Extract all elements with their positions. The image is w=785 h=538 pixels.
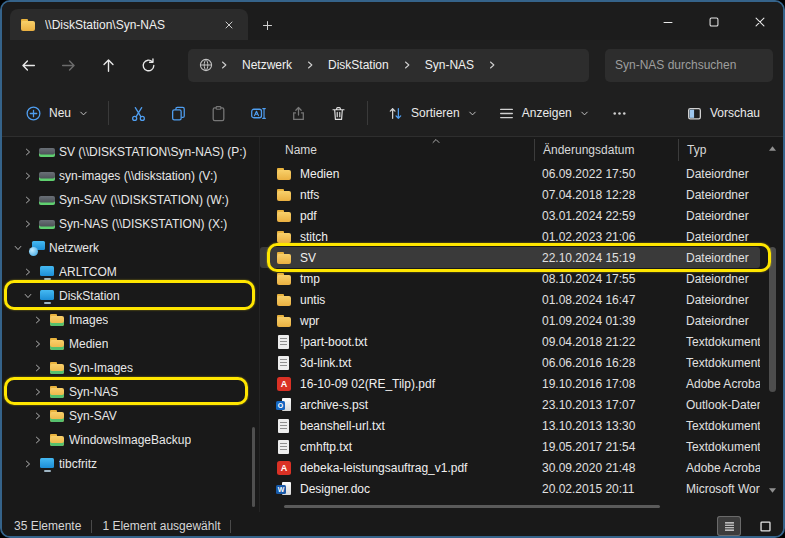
file-row-ntfs[interactable]: ntfs07.04.2018 12:28Dateiordner [260, 184, 760, 205]
file-date: 19.10.2016 17:08 [534, 377, 678, 391]
sidebar-item-syn-images-diskstation-v[interactable]: syn-images (\\diskstation) (V:) [4, 164, 257, 188]
preview-button[interactable]: Vorschau [677, 98, 769, 129]
file-row-debeka-leistungsauftrag-v1-pdf[interactable]: debeka-leistungsauftrag_v1.pdf30.09.2020… [260, 457, 760, 478]
chevron-right-icon[interactable] [20, 216, 36, 232]
chevron-right-icon[interactable] [20, 144, 36, 160]
chevron-right-icon[interactable] [30, 408, 46, 424]
file-date: 06.09.2022 17:50 [534, 167, 678, 181]
details-view-button[interactable] [717, 516, 741, 536]
chevron-right-icon[interactable] [20, 264, 36, 280]
file-row-designer-doc[interactable]: Designer.doc20.02.2015 20:11Microsoft Wo… [260, 478, 760, 499]
column-header-type[interactable]: Typ [678, 139, 760, 161]
chevron-right-icon[interactable] [30, 432, 46, 448]
chevron-right-icon[interactable] [30, 360, 46, 376]
breadcrumb[interactable]: Netzwerk DiskStation Syn-NAS [188, 49, 589, 82]
vertical-scrollbar[interactable] [765, 137, 781, 512]
sort-button[interactable]: Sortieren [378, 98, 487, 129]
breadcrumb-segment-syn-nas[interactable]: Syn-NAS [417, 54, 482, 76]
chevron-right-icon[interactable] [30, 384, 46, 400]
sidebar-item-syn-images[interactable]: Syn-Images [4, 356, 257, 380]
sort-button-label: Sortieren [411, 106, 460, 120]
paste-button[interactable] [199, 96, 237, 130]
sidebar-item-label: tibcfritz [59, 457, 97, 471]
sidebar-item-sv-diskstation-syn-nas-p[interactable]: SV (\\DISKSTATION\Syn-NAS) (P:) [4, 140, 257, 164]
sidebar-item-arltcom[interactable]: ARLTCOM [4, 260, 257, 284]
clipboard-icon [210, 105, 227, 122]
file-row-tmp[interactable]: tmp08.10.2024 17:55Dateiordner [260, 268, 760, 289]
sidebar-item-tibcfritz[interactable]: tibcfritz [4, 452, 257, 476]
sidebar-item-diskstation[interactable]: DiskStation [4, 284, 257, 308]
file-date: 13.10.2013 13:30 [534, 419, 678, 433]
explorer-tab[interactable]: \\DiskStation\Syn-NAS [10, 9, 248, 40]
file-row-medien[interactable]: Medien06.09.2022 17:50Dateiordner [260, 163, 760, 184]
sidebar-item-syn-nas[interactable]: Syn-NAS [4, 380, 257, 404]
chevron-right-icon[interactable] [20, 192, 36, 208]
thumbnail-view-button[interactable] [753, 516, 777, 536]
trash-icon [330, 105, 347, 122]
chevron-right-icon[interactable] [20, 456, 36, 472]
more-options-button[interactable] [601, 96, 639, 130]
rename-button[interactable] [239, 96, 277, 130]
up-button[interactable] [90, 48, 126, 82]
sidebar-item-medien[interactable]: Medien [4, 332, 257, 356]
folder-icon [276, 229, 292, 245]
sidebar-item-netzwerk[interactable]: Netzwerk [4, 236, 257, 260]
chevron-right-icon[interactable] [30, 312, 46, 328]
sidebar-item-syn-sav-diskstation-w[interactable]: Syn-SAV (\\DISKSTATION) (W:) [4, 188, 257, 212]
back-button[interactable] [10, 48, 46, 82]
tab-close-button[interactable] [218, 14, 240, 36]
new-tab-button[interactable] [252, 10, 282, 40]
scroll-up-icon[interactable] [768, 145, 777, 152]
sidebar-item-syn-nas-diskstation-x[interactable]: Syn-NAS (\\DISKSTATION) (X:) [4, 212, 257, 236]
maximize-button[interactable] [691, 4, 737, 40]
folder-icon [49, 336, 66, 352]
search-input[interactable]: Syn-NAS durchsuchen [605, 49, 773, 82]
refresh-button[interactable] [130, 48, 166, 82]
sidebar-item-syn-sav[interactable]: Syn-SAV [4, 404, 257, 428]
view-button[interactable]: Anzeigen [489, 98, 599, 129]
file-date: 01.09.2024 01:39 [534, 314, 678, 328]
folder-icon [276, 292, 292, 308]
file-name: 3d-link.txt [300, 356, 351, 370]
chevron-down-icon[interactable] [20, 288, 36, 304]
sidebar-item-windowsimagebackup[interactable]: WindowsImageBackup [4, 428, 257, 452]
chevron-down-icon[interactable] [10, 240, 26, 256]
network-globe-icon [29, 240, 46, 256]
horizontal-scrollbar[interactable] [284, 505, 660, 508]
close-button[interactable] [737, 4, 783, 40]
forward-button[interactable] [50, 48, 86, 82]
chevron-right-icon [484, 59, 500, 71]
new-button[interactable]: Neu [16, 98, 98, 129]
sidebar-item-label: Netzwerk [49, 241, 99, 255]
share-button[interactable] [279, 96, 317, 130]
chevron-right-icon[interactable] [30, 336, 46, 352]
breadcrumb-segment-diskstation[interactable]: DiskStation [320, 54, 397, 76]
file-row-wpr[interactable]: wpr01.09.2024 01:39Dateiordner [260, 310, 760, 331]
scrollbar-thumb[interactable] [769, 247, 776, 392]
file-row-untis[interactable]: untis01.08.2024 16:47Dateiordner [260, 289, 760, 310]
file-row-archive-s-pst[interactable]: archive-s.pst23.10.2013 17:07Outlook-Dat… [260, 394, 760, 415]
breadcrumb-segment-netzwerk[interactable]: Netzwerk [234, 54, 300, 76]
file-row-16-10-09-02-re-tilp-pdf[interactable]: 16-10-09 02(RE_Tilp).pdf19.10.2016 17:08… [260, 373, 760, 394]
file-row-beanshell-url-txt[interactable]: beanshell-url.txt13.10.2013 13:30Textdok… [260, 415, 760, 436]
sidebar-scrollbar[interactable] [252, 427, 255, 507]
chevron-right-icon[interactable] [20, 168, 36, 184]
cut-button[interactable] [119, 96, 157, 130]
text-file-icon [276, 439, 292, 455]
sidebar-item-images[interactable]: Images [4, 308, 257, 332]
folder-icon [276, 187, 292, 203]
file-row-cmhftp-txt[interactable]: cmhftp.txt19.05.2017 21:54Textdokument [260, 436, 760, 457]
file-row-stitch[interactable]: stitch01.02.2023 21:06Dateiordner [260, 226, 760, 247]
file-row-3d-link-txt[interactable]: 3d-link.txt06.06.2016 16:28Textdokument [260, 352, 760, 373]
file-row-part-boot-txt[interactable]: !part-boot.txt09.04.2018 21:22Textdokume… [260, 331, 760, 352]
file-row-pdf[interactable]: pdf03.01.2024 22:59Dateiordner [260, 205, 760, 226]
rename-icon [250, 105, 267, 122]
column-header-name[interactable]: Name [260, 143, 534, 157]
scroll-down-icon[interactable] [768, 487, 777, 494]
column-header-date[interactable]: Änderungsdatum [534, 139, 678, 161]
copy-button[interactable] [159, 96, 197, 130]
minimize-button[interactable] [645, 4, 691, 40]
file-row-sv[interactable]: SV22.10.2024 15:19Dateiordner [260, 247, 760, 268]
address-bar: Netzwerk DiskStation Syn-NAS Syn-NAS dur… [2, 40, 783, 90]
delete-button[interactable] [319, 96, 357, 130]
